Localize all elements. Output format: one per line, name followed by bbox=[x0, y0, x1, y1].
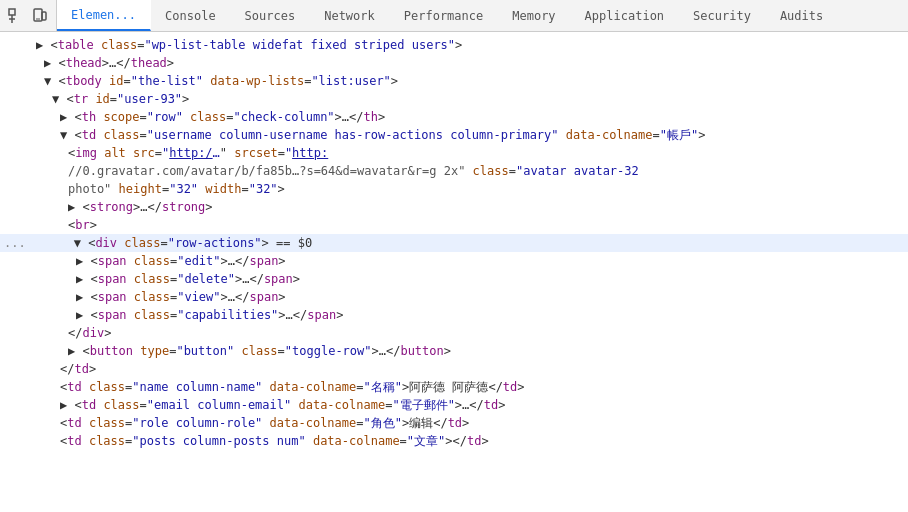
tab-performance[interactable]: Performance bbox=[390, 0, 498, 31]
dom-content: ▶ <span class="view">…</span> bbox=[76, 288, 286, 306]
toolbar-icons bbox=[0, 0, 57, 31]
dom-content: <td class="name column-name" data-colnam… bbox=[60, 378, 525, 396]
dom-content: <br> bbox=[68, 216, 97, 234]
dom-line-10[interactable]: ▶ <strong>…</strong> bbox=[0, 198, 908, 216]
dom-content: //0.gravatar.com/avatar/b/fa85b…?s=64&d=… bbox=[68, 162, 639, 180]
dom-content: ▶ <span class="delete">…</span> bbox=[76, 270, 300, 288]
svg-rect-4 bbox=[42, 12, 46, 20]
highlighted-element: ▶ <span class="capabilities">…</span> bbox=[76, 308, 343, 322]
dom-content: ▼ <div class="row-actions"> == $0 bbox=[74, 234, 312, 252]
dom-line-8[interactable]: //0.gravatar.com/avatar/b/fa85b…?s=64&d=… bbox=[0, 162, 908, 180]
dom-line-16[interactable]: ▶ <span class="capabilities">…</span> bbox=[0, 306, 908, 324]
dom-content: ▶ <td class="email column-email" data-co… bbox=[60, 396, 505, 414]
svg-rect-0 bbox=[9, 9, 15, 15]
inspect-icon[interactable] bbox=[8, 8, 24, 24]
tab-network[interactable]: Network bbox=[310, 0, 390, 31]
tab-console[interactable]: Console bbox=[151, 0, 231, 31]
tab-elements[interactable]: Elemen... bbox=[57, 0, 151, 31]
dom-content: <td class="role column-role" data-colnam… bbox=[60, 414, 469, 432]
dom-content: ▶ <button type="button" class="toggle-ro… bbox=[68, 342, 451, 360]
dom-line-20[interactable]: <td class="name column-name" data-colnam… bbox=[0, 378, 908, 396]
dom-line-17[interactable]: </div> bbox=[0, 324, 908, 342]
dom-content: ▶ <table class="wp-list-table widefat fi… bbox=[36, 36, 462, 54]
dom-content: ▶ <span class="capabilities">…</span> bbox=[76, 306, 343, 324]
dom-line-7[interactable]: <img alt src="http:/…" srcset="http: bbox=[0, 144, 908, 162]
dom-line-11[interactable]: <br> bbox=[0, 216, 908, 234]
dom-dots: ... bbox=[4, 234, 26, 252]
dom-line-15[interactable]: ▶ <span class="view">…</span> bbox=[0, 288, 908, 306]
dom-line-23[interactable]: <td class="posts column-posts num" data-… bbox=[0, 432, 908, 450]
dom-content: <td class="posts column-posts num" data-… bbox=[60, 432, 489, 450]
tab-security[interactable]: Security bbox=[679, 0, 766, 31]
tab-sources[interactable]: Sources bbox=[231, 0, 311, 31]
dom-content: </div> bbox=[68, 324, 111, 342]
dom-line-2[interactable]: ▶ <thead>…</thead> bbox=[0, 54, 908, 72]
dom-content: ▶ <span class="edit">…</span> bbox=[76, 252, 286, 270]
dom-content: photo" height="32" width="32"> bbox=[68, 180, 285, 198]
tab-audits[interactable]: Audits bbox=[766, 0, 838, 31]
dom-content: ▶ <th scope="row" class="check-column">…… bbox=[60, 108, 385, 126]
device-icon[interactable] bbox=[32, 8, 48, 24]
dom-content: ▶ <strong>…</strong> bbox=[68, 198, 213, 216]
dom-content: ▶ <thead>…</thead> bbox=[44, 54, 174, 72]
dom-content: </td> bbox=[60, 360, 96, 378]
dom-line-21[interactable]: ▶ <td class="email column-email" data-co… bbox=[0, 396, 908, 414]
dom-line-5[interactable]: ▶ <th scope="row" class="check-column">…… bbox=[0, 108, 908, 126]
dom-content: ▼ <tr id="user-93"> bbox=[52, 90, 189, 108]
dom-line-13[interactable]: ▶ <span class="edit">…</span> bbox=[0, 252, 908, 270]
dom-line-19[interactable]: </td> bbox=[0, 360, 908, 378]
dom-line-4[interactable]: ▼ <tr id="user-93"> bbox=[0, 90, 908, 108]
tab-memory[interactable]: Memory bbox=[498, 0, 570, 31]
dom-content: <img alt src="http:/…" srcset="http: bbox=[68, 144, 328, 162]
dom-line-9[interactable]: photo" height="32" width="32"> bbox=[0, 180, 908, 198]
dom-line-6[interactable]: ▼ <td class="username column-username ha… bbox=[0, 126, 908, 144]
tab-application[interactable]: Application bbox=[571, 0, 679, 31]
dom-content: ▼ <tbody id="the-list" data-wp-lists="li… bbox=[44, 72, 398, 90]
dom-line-14[interactable]: ▶ <span class="delete">…</span> bbox=[0, 270, 908, 288]
tab-bar: Elemen...ConsoleSourcesNetworkPerformanc… bbox=[0, 0, 908, 32]
dom-line-3[interactable]: ▼ <tbody id="the-list" data-wp-lists="li… bbox=[0, 72, 908, 90]
dom-line-22[interactable]: <td class="role column-role" data-colnam… bbox=[0, 414, 908, 432]
dom-line-12[interactable]: ...▼ <div class="row-actions"> == $0 bbox=[0, 234, 908, 252]
dom-line-1[interactable]: ▶ <table class="wp-list-table widefat fi… bbox=[0, 36, 908, 54]
dom-panel: ▶ <table class="wp-list-table widefat fi… bbox=[0, 32, 908, 512]
dom-line-18[interactable]: ▶ <button type="button" class="toggle-ro… bbox=[0, 342, 908, 360]
dom-content: ▼ <td class="username column-username ha… bbox=[60, 126, 705, 144]
